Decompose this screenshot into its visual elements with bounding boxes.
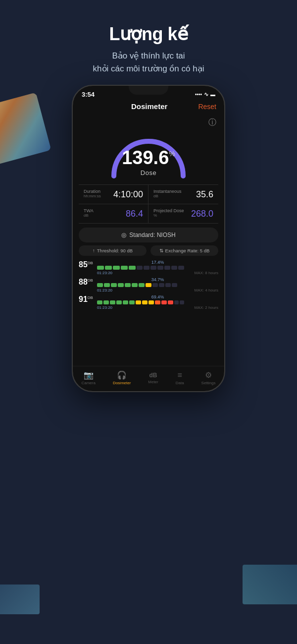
bar-track-91: [97, 300, 218, 304]
tab-camera-label: Camera: [81, 381, 95, 385]
stats-grid: Duration hh:mm:ss 4:10:00 Instantaneous …: [79, 184, 218, 224]
bg-decoration-bottomleft: [0, 585, 40, 614]
bar91-g2: [103, 300, 109, 304]
reset-button[interactable]: Reset: [198, 103, 216, 111]
bar-g1: [97, 283, 103, 287]
tab-meter[interactable]: dB Meter: [148, 372, 158, 384]
exchange-label: Exchange Rate: 5 dB: [165, 248, 210, 253]
bar-dim-4: [157, 266, 163, 270]
bar-d2: [159, 283, 164, 287]
standard-icon: ◎: [121, 232, 126, 238]
bar91-r2: [168, 300, 173, 304]
wifi-icon: ••••: [195, 92, 202, 97]
stat-duration: Duration hh:mm:ss 4:10:00: [79, 185, 148, 204]
gauge-section: ⓘ 139.6% Dose: [73, 114, 224, 184]
bar91-y2: [142, 300, 148, 304]
level-row-91: 91DB 69.4%: [79, 294, 218, 310]
bar-d3: [165, 283, 171, 287]
phone-mockup: 3:54 •••• ∿ ▬ Dosimeter Reset ⓘ: [72, 85, 225, 392]
level-time-85: 01:23:20: [97, 271, 112, 275]
threshold-pill[interactable]: ↑ Threshold: 90 dB: [79, 245, 147, 256]
header-section: Lượng kế Bảo vệ thính lực tai khỏi các m…: [0, 0, 297, 85]
bg-decoration-bottomright: [243, 565, 297, 604]
meter-icon: dB: [149, 372, 157, 379]
threshold-row: ↑ Threshold: 90 dB ⇅ Exchange Rate: 5 dB: [79, 245, 218, 256]
level-db-85: 85DB: [79, 261, 93, 269]
level-db-88: 88DB: [79, 278, 93, 286]
phone-notch: [129, 86, 168, 95]
bar-dim-3: [150, 266, 156, 270]
bar91-d2: [180, 300, 184, 304]
bar-track-88: [97, 283, 218, 287]
settings-icon: ⚙: [205, 370, 212, 380]
gauge-container: 139.6% Dose: [104, 124, 193, 178]
level-content-91: 69.4%: [97, 294, 218, 310]
level-row-85: 85DB 17.4%: [79, 260, 218, 275]
tab-meter-label: Meter: [148, 380, 158, 384]
tab-dosimeter[interactable]: 🎧 Dosimeter: [113, 370, 131, 385]
stat-twa: TWA dB 86.4: [79, 204, 148, 224]
battery-icon: ▬: [210, 92, 215, 97]
bar91-y1: [136, 300, 141, 304]
level-percent-85: 17.4%: [97, 260, 218, 265]
standard-label: Standard: NIOSH: [129, 232, 175, 238]
level-content-85: 17.4%: [97, 260, 218, 275]
phone-wrapper: 3:54 •••• ∿ ▬ Dosimeter Reset ⓘ: [0, 85, 297, 392]
level-info-91: 01:23:20 MAX: 2 hours: [97, 305, 218, 310]
tab-settings[interactable]: ⚙ Settings: [201, 370, 216, 385]
gauge-label: Dose: [122, 169, 175, 176]
app-title: Lượng kế: [0, 24, 297, 45]
bar-g6: [132, 283, 138, 287]
level-db-91: 91DB: [79, 295, 93, 303]
bar-g3: [111, 283, 117, 287]
bar91-y3: [148, 300, 154, 304]
bar91-o1: [155, 300, 160, 304]
tab-data[interactable]: ≡ Data: [176, 371, 184, 385]
phone-screen: 3:54 •••• ∿ ▬ Dosimeter Reset ⓘ: [73, 86, 224, 391]
level-content-88: 34.7%: [97, 277, 218, 293]
bar-dim-2: [144, 266, 149, 270]
tab-data-label: Data: [176, 381, 184, 385]
level-max-91: MAX: 2 hours: [195, 305, 218, 310]
signal-icon: ∿: [204, 91, 208, 98]
tab-settings-label: Settings: [201, 381, 216, 385]
bar-y1: [146, 283, 151, 287]
tab-camera[interactable]: 📷 Camera: [81, 370, 95, 385]
tab-dosimeter-label: Dosimeter: [113, 381, 131, 385]
level-time-88: 01:23:20: [97, 288, 112, 293]
bar-g2: [104, 283, 110, 287]
bar-green-2: [105, 266, 112, 270]
level-max-88: MAX: 4 hours: [195, 288, 218, 293]
bar91-r1: [161, 300, 167, 304]
bar-g7: [139, 283, 145, 287]
exchange-rate-pill[interactable]: ⇅ Exchange Rate: 5 dB: [150, 245, 218, 256]
bar91-g6: [129, 300, 135, 304]
bar-dim-6: [171, 266, 177, 270]
stat-instantaneous: Instantaneous dB 35.6: [148, 185, 218, 204]
nav-title: Dosimeter: [131, 102, 167, 111]
camera-icon: 📷: [84, 370, 94, 380]
level-percent-88: 34.7%: [97, 277, 218, 282]
data-icon: ≡: [177, 371, 182, 380]
level-info-88: 01:23:20 MAX: 4 hours: [97, 288, 218, 293]
bar91-g4: [116, 300, 122, 304]
level-info-85: 01:23:20 MAX: 8 hours: [97, 271, 218, 275]
info-icon[interactable]: ⓘ: [208, 117, 216, 128]
nav-bar: Dosimeter Reset: [73, 100, 224, 114]
bar-green-3: [113, 266, 120, 270]
tab-bar: 📷 Camera 🎧 Dosimeter dB Meter ≡ Data ⚙: [73, 366, 224, 391]
bar91-g3: [110, 300, 115, 304]
standard-button[interactable]: ◎ Standard: NIOSH: [79, 228, 218, 242]
threshold-label: Threshold: 90 dB: [97, 248, 133, 253]
status-icons: •••• ∿ ▬: [195, 91, 215, 98]
level-percent-91: 69.4%: [97, 294, 218, 299]
threshold-arrow-icon: ↑: [93, 248, 95, 253]
dosimeter-icon: 🎧: [117, 370, 127, 380]
bar-dim-5: [164, 266, 170, 270]
bar-dim-7: [178, 266, 184, 270]
level-max-85: MAX: 8 hours: [195, 271, 218, 275]
bar-green-5: [129, 266, 136, 270]
level-bars: 85DB 17.4%: [73, 260, 224, 366]
app-subtitle: Bảo vệ thính lực tai khỏi các môi trường…: [0, 50, 297, 75]
bar-d1: [152, 283, 158, 287]
